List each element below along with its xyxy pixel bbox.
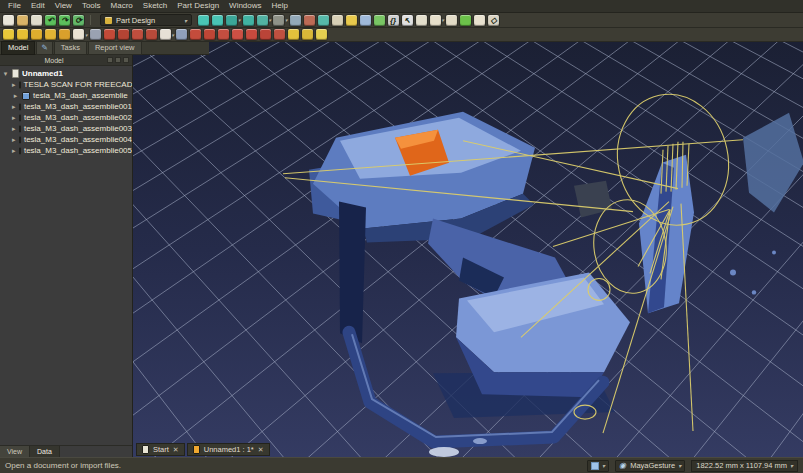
hole-icon[interactable] xyxy=(104,29,115,40)
create-datum-icon[interactable] xyxy=(430,15,441,26)
menu-item[interactable]: Macro xyxy=(106,0,138,12)
menu-item[interactable]: Tools xyxy=(77,0,106,12)
subtractive-pipe-icon[interactable] xyxy=(146,29,157,40)
menu-item[interactable]: Help xyxy=(267,0,293,12)
viewport-size-indicator[interactable]: 1822.52 mm x 1107.94 mm ▾ xyxy=(691,460,798,472)
menu-item[interactable]: Edit xyxy=(26,0,50,12)
mdi-tab[interactable]: Unnamed1 : 1* ✕ xyxy=(187,443,270,456)
open-document-icon[interactable] xyxy=(17,15,28,26)
groove-icon[interactable] xyxy=(118,29,129,40)
additive-loft-icon[interactable] xyxy=(31,29,42,40)
axonometric-view-icon[interactable] xyxy=(257,15,268,26)
fillet-icon[interactable] xyxy=(232,29,243,40)
mesh-icon xyxy=(22,92,30,100)
pocket-icon[interactable] xyxy=(90,29,101,40)
expander-icon[interactable]: ▸ xyxy=(12,123,16,134)
expander-icon[interactable]: ▸ xyxy=(12,112,16,123)
chamfer-icon[interactable] xyxy=(246,29,257,40)
tab-view[interactable]: View xyxy=(0,446,30,457)
additive-pipe-icon[interactable] xyxy=(45,29,56,40)
menu-item[interactable]: File xyxy=(3,0,26,12)
tab-report-view[interactable]: Report view xyxy=(88,41,142,55)
migrate-icon[interactable] xyxy=(302,29,313,40)
draw-style-icon[interactable] xyxy=(273,15,284,26)
create-part-icon[interactable] xyxy=(318,15,329,26)
create-clone-icon[interactable] xyxy=(416,15,427,26)
subtractive-loft-icon[interactable] xyxy=(132,29,143,40)
multitransform-icon[interactable] xyxy=(218,29,229,40)
expander-icon[interactable]: ▸ xyxy=(12,79,16,90)
menu-item[interactable]: Part Design xyxy=(172,0,224,12)
tree-item[interactable]: ▸ tesla_M3_dash_assemblie005 xyxy=(2,145,132,156)
expander-icon[interactable]: ▸ xyxy=(12,145,16,156)
pad-icon[interactable] xyxy=(3,29,14,40)
draft-icon[interactable] xyxy=(260,29,271,40)
measure-distance-icon[interactable] xyxy=(243,15,254,26)
create-primitive-icon[interactable] xyxy=(474,15,485,26)
viewport-canvas[interactable] xyxy=(133,42,803,457)
tree-item-label: Unnamed1 xyxy=(22,69,63,78)
workbench-selector[interactable]: Part Design ▾ xyxy=(100,14,192,26)
dimension-box[interactable]: ▾ xyxy=(587,460,609,472)
texture-icon[interactable] xyxy=(304,15,315,26)
save-document-icon[interactable] xyxy=(31,15,42,26)
tab-model[interactable]: Model xyxy=(1,41,35,55)
tree-item[interactable]: ▸ tesla_M3_dash_assemblie001 xyxy=(2,101,132,112)
linear-pattern-icon[interactable] xyxy=(190,29,201,40)
sprocket-icon[interactable] xyxy=(316,29,327,40)
tree-header-button[interactable] xyxy=(115,57,121,63)
sync-view-icon[interactable] xyxy=(226,15,237,26)
expression-editor-icon[interactable]: {} xyxy=(388,15,399,26)
menu-item[interactable]: Windows xyxy=(224,0,266,12)
viewport-3d[interactable]: Start ✕ Unnamed1 : 1* ✕ xyxy=(133,42,803,457)
navigation-style-selector[interactable]: ◉ MayaGesture ▾ xyxy=(615,460,685,472)
tree-item-label: tesla_M3_dash_assemblie002 xyxy=(24,113,132,122)
menu-item[interactable]: View xyxy=(50,0,77,12)
create-group-icon[interactable] xyxy=(332,15,343,26)
tree-header-button[interactable] xyxy=(123,57,129,63)
tab-tasks[interactable]: Tasks xyxy=(54,41,87,55)
close-icon[interactable]: ✕ xyxy=(173,445,179,454)
tree-item[interactable]: ▸ TESLA SCAN FOR FREECAD xyxy=(2,79,132,90)
expander-icon[interactable]: ▸ xyxy=(12,90,19,101)
property-editor-tabs: View Data xyxy=(0,445,132,457)
boolean-icon[interactable] xyxy=(288,29,299,40)
edit-sketch-icon[interactable] xyxy=(374,15,385,26)
polar-pattern-icon[interactable] xyxy=(204,29,215,40)
fit-all-icon[interactable] xyxy=(198,15,209,26)
create-sketch-icon[interactable] xyxy=(360,15,371,26)
tree-item-document[interactable]: ▾ Unnamed1 xyxy=(2,68,132,79)
appearance-icon[interactable] xyxy=(290,15,301,26)
tree-item[interactable]: ▸ tesla_M3_dash_assemblie003 xyxy=(2,123,132,134)
subshape-binder-icon[interactable] xyxy=(460,15,471,26)
revolution-icon[interactable] xyxy=(17,29,28,40)
close-icon[interactable]: ✕ xyxy=(258,445,264,454)
additive-helix-icon[interactable] xyxy=(59,29,70,40)
redo-icon[interactable]: ↷ xyxy=(59,15,70,26)
tree-header-button[interactable] xyxy=(107,57,113,63)
tree-item[interactable]: ▸ tesla_M3_dash_assemblie004 xyxy=(2,134,132,145)
expander-icon[interactable]: ▸ xyxy=(12,101,16,112)
shapebinder-icon[interactable]: ◇ xyxy=(488,15,499,26)
thickness-icon[interactable] xyxy=(274,29,285,40)
pencil-icon[interactable]: ✎ xyxy=(36,41,52,55)
tree-item[interactable]: ▸ tesla_M3_dash_assemblie002 xyxy=(2,112,132,123)
expander-icon[interactable]: ▾ xyxy=(2,68,9,79)
additive-primitive-icon[interactable] xyxy=(73,29,84,40)
new-document-icon[interactable] xyxy=(3,15,14,26)
refresh-icon[interactable]: ⟳ xyxy=(73,15,84,26)
mdi-tab[interactable]: Start ✕ xyxy=(136,443,185,456)
additive-cone-icon[interactable] xyxy=(446,15,457,26)
undo-icon[interactable]: ↶ xyxy=(45,15,56,26)
zoom-selection-icon[interactable] xyxy=(212,15,223,26)
tab-data[interactable]: Data xyxy=(30,446,60,457)
chevron-down-icon: ▾ xyxy=(602,462,605,469)
menu-item[interactable]: Sketch xyxy=(138,0,172,12)
whats-this-icon[interactable]: ↖ xyxy=(402,15,413,26)
mirrored-icon[interactable] xyxy=(176,29,187,40)
create-body-icon[interactable] xyxy=(346,15,357,26)
tree-item-label: TESLA SCAN FOR FREECAD xyxy=(24,80,132,89)
tree-item[interactable]: ▸ tesla_M3_dash_assemblie xyxy=(2,90,132,101)
subtractive-primitive-icon[interactable] xyxy=(160,29,171,40)
expander-icon[interactable]: ▸ xyxy=(12,134,16,145)
